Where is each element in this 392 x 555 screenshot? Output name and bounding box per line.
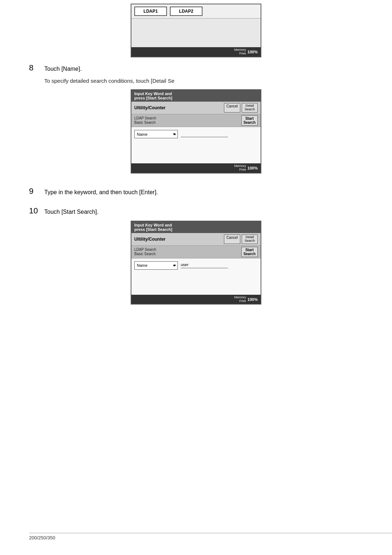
screen1-memory-value: 100%	[248, 166, 258, 170]
screen2-cancel-button[interactable]: Cancel	[224, 234, 240, 244]
screen1-body-row: Name ▾	[134, 130, 258, 138]
screen2-header-buttons: Cancel Detail Search	[224, 234, 258, 244]
screen2-detail-search-button[interactable]: Detail Search	[242, 234, 258, 244]
screen1-cancel-button[interactable]: Cancel	[224, 103, 240, 113]
screen1-start-search-button[interactable]: Start Search	[241, 115, 258, 126]
ldap2-button[interactable]: LDAP2	[170, 7, 203, 16]
screen1-title: Input Key Word and press [Start Search]	[131, 90, 261, 102]
ldap-body	[131, 18, 261, 47]
screen1-detail-search-button[interactable]: Detail Search	[242, 103, 258, 113]
screen2-subheader: LDAP Search Basic Search Start Search	[131, 246, 261, 258]
screen2-header-title: Ultility/Counter	[134, 237, 166, 242]
ldap-buttons-row: LDAP1 LDAP2	[131, 4, 261, 18]
screen2-body-row: Name ▾ user	[134, 261, 258, 270]
screen1-header-title: Ultility/Counter	[134, 105, 166, 110]
ldap-footer: MemoryFree 100%	[131, 47, 261, 57]
screen2-memory-label: Memory Free	[234, 296, 246, 303]
step8-number: 8	[29, 63, 40, 73]
step10-text: Touch [Start Search].	[44, 206, 98, 216]
screen1-subheader-left: LDAP Search Basic Search	[134, 116, 156, 125]
screen1-footer: Memory Free 100%	[131, 163, 261, 173]
screen2-title: Input Key Word and press [Start Search]	[131, 221, 261, 233]
screen2-memory-value: 100%	[248, 297, 258, 302]
step10-row: 10 Touch [Start Search].	[29, 206, 363, 216]
screen1-value-field[interactable]	[181, 131, 228, 137]
step8-subtext: To specify detailed search conditions, t…	[44, 77, 363, 85]
step8-section: 8 Touch [Name]. To specify detailed sear…	[0, 57, 392, 85]
ldap-memory-value: 100%	[248, 50, 258, 54]
step9-section: 9 Type in the keyword, and then touch [E…	[0, 181, 392, 197]
screen1-header: Ultility/Counter Cancel Detail Search	[131, 102, 261, 114]
step8-text: Touch [Name].	[44, 63, 82, 73]
screen1-name-field[interactable]: Name ▾	[134, 130, 178, 138]
screen2-start-search-button[interactable]: Start Search	[241, 247, 258, 257]
screen1-header-buttons: Cancel Detail Search	[224, 103, 258, 113]
step9-number: 9	[29, 187, 40, 196]
screen2-value-field[interactable]: user	[181, 262, 228, 268]
screen2-header: Ultility/Counter Cancel Detail Search	[131, 233, 261, 246]
screen1-subheader: LDAP Search Basic Search Start Search	[131, 114, 261, 127]
ldap-panel: LDAP1 LDAP2 MemoryFree 100%	[131, 4, 261, 57]
screen1-body: Name ▾	[131, 127, 261, 163]
top-panel-wrapper: LDAP1 LDAP2 MemoryFree 100%	[0, 0, 392, 57]
screen1-container: Input Key Word and press [Start Search] …	[0, 89, 392, 174]
screen1: Input Key Word and press [Start Search] …	[131, 89, 261, 174]
screen1-memory-label: Memory Free	[234, 164, 246, 172]
screen2-body: Name ▾ user	[131, 258, 261, 295]
ldap1-button[interactable]: LDAP1	[134, 7, 167, 16]
step9-row: 9 Type in the keyword, and then touch [E…	[29, 187, 363, 197]
step8-row: 8 Touch [Name].	[29, 63, 363, 73]
screen2-footer: Memory Free 100%	[131, 295, 261, 304]
screen2: Input Key Word and press [Start Search] …	[131, 221, 261, 305]
page-number: 200/250/350	[29, 535, 55, 540]
step10-number: 10	[29, 206, 40, 216]
screen2-subheader-left: LDAP Search Basic Search	[134, 248, 156, 256]
ldap-memory-label: MemoryFree	[234, 48, 246, 56]
screen2-container: Input Key Word and press [Start Search] …	[0, 221, 392, 305]
step9-text: Type in the keyword, and then touch [Ent…	[44, 187, 158, 197]
screen2-name-field[interactable]: Name ▾	[134, 261, 178, 270]
step10-section: 10 Touch [Start Search].	[0, 200, 392, 216]
bottom-area: 200/250/350	[29, 533, 392, 540]
